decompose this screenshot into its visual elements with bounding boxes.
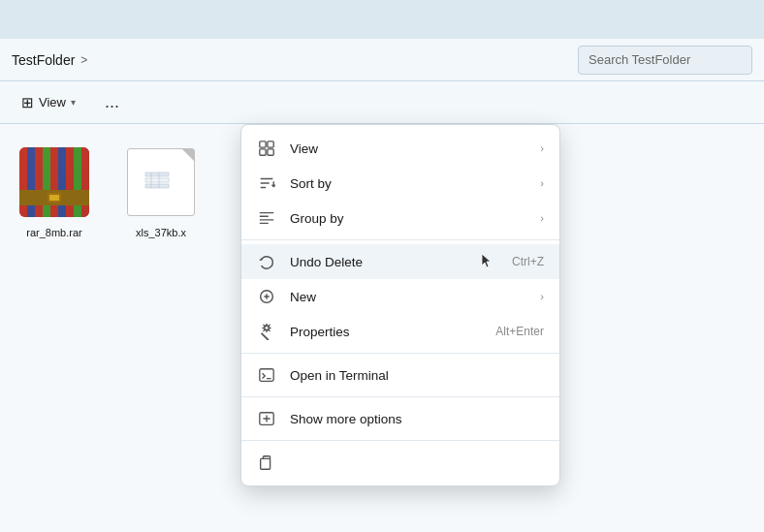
new-arrow-icon: › xyxy=(540,291,544,302)
groupby-arrow-icon: › xyxy=(540,212,544,224)
properties-icon xyxy=(257,322,276,341)
groupby-icon xyxy=(257,208,276,228)
undo-icon xyxy=(257,252,276,271)
file-label: rar_8mb.rar xyxy=(26,227,81,238)
rar-buckle xyxy=(48,193,61,203)
svg-rect-1 xyxy=(145,178,169,182)
svg-rect-12 xyxy=(261,458,271,469)
file-label: xls_37kb.x xyxy=(136,227,186,238)
svg-rect-0 xyxy=(145,172,169,176)
menu-item-sort-by[interactable]: Sort by › xyxy=(241,166,559,201)
menu-item-paste[interactable] xyxy=(241,445,559,480)
toolbar: ⊞ View ▾ ... xyxy=(0,81,764,124)
rar-stripes xyxy=(19,147,89,217)
menu-label-sort-by: Sort by xyxy=(290,176,526,191)
xls-icon-container xyxy=(127,148,195,216)
menu-item-undo-delete[interactable]: Undo Delete Ctrl+Z xyxy=(241,244,559,279)
menu-item-new[interactable]: New › xyxy=(241,279,559,314)
svg-rect-2 xyxy=(145,184,169,188)
sort-icon xyxy=(257,173,276,193)
menu-label-open-terminal: Open in Terminal xyxy=(290,368,544,383)
svg-rect-5 xyxy=(260,141,266,147)
more-options-button[interactable]: ... xyxy=(99,90,125,114)
terminal-icon xyxy=(257,365,276,385)
view-label: View xyxy=(39,95,66,110)
context-menu: View › Sort by › Group by › xyxy=(240,124,560,486)
rar-file-icon xyxy=(16,143,93,221)
sort-arrow-icon: › xyxy=(540,177,544,189)
search-placeholder: Search TestFolder xyxy=(589,52,690,67)
separator-1 xyxy=(241,239,559,240)
list-item[interactable]: rar_8mb.rar xyxy=(16,143,93,238)
rar-icon xyxy=(19,147,89,217)
search-box[interactable]: Search TestFolder xyxy=(578,46,752,75)
xls-fold xyxy=(182,149,194,161)
breadcrumb: TestFolder > xyxy=(12,52,578,68)
separator-4 xyxy=(241,440,559,441)
xls-svg xyxy=(143,165,178,200)
menu-item-open-terminal[interactable]: Open in Terminal xyxy=(241,358,559,392)
breadcrumb-chevron: > xyxy=(80,53,87,67)
cursor-indicator xyxy=(478,252,493,271)
view-arrow-icon: › xyxy=(540,142,544,154)
menu-label-undo-delete: Undo Delete xyxy=(290,255,498,269)
menu-item-properties[interactable]: Properties Alt+Enter xyxy=(241,314,559,349)
view-button[interactable]: ⊞ View ▾ xyxy=(14,90,83,115)
menu-item-show-more-options[interactable]: Show more options xyxy=(241,401,559,436)
address-bar: TestFolder > Search TestFolder xyxy=(0,39,764,81)
rar-belt xyxy=(19,190,89,205)
undo-shortcut: Ctrl+Z xyxy=(512,255,544,268)
paste-icon xyxy=(257,453,276,472)
folder-name: TestFolder xyxy=(12,52,75,68)
menu-item-group-by[interactable]: Group by › xyxy=(241,201,559,235)
menu-label-view: View xyxy=(290,141,526,156)
menu-label-properties: Properties xyxy=(290,325,482,339)
view-chevron-icon: ▾ xyxy=(71,97,76,108)
properties-shortcut: Alt+Enter xyxy=(495,325,544,338)
main-content: rar_8mb.rar xls_37kb.x xyxy=(0,124,764,532)
svg-rect-10 xyxy=(260,369,273,382)
menu-label-group-by: Group by xyxy=(290,211,526,226)
xls-file-icon xyxy=(122,143,200,221)
list-item[interactable]: xls_37kb.x xyxy=(122,143,200,238)
menu-item-view[interactable]: View › xyxy=(241,131,559,166)
menu-label-new: New xyxy=(290,290,526,304)
svg-rect-8 xyxy=(268,149,273,155)
new-icon xyxy=(257,287,276,306)
separator-2 xyxy=(241,353,559,354)
rar-icon-body xyxy=(19,147,89,217)
title-bar xyxy=(0,0,764,39)
svg-rect-6 xyxy=(268,141,273,147)
view-icon: ⊞ xyxy=(21,94,34,111)
menu-label-show-more-options: Show more options xyxy=(290,412,544,426)
svg-rect-7 xyxy=(260,149,266,155)
grid-icon xyxy=(257,139,276,158)
show-more-icon xyxy=(257,409,276,428)
separator-3 xyxy=(241,396,559,397)
